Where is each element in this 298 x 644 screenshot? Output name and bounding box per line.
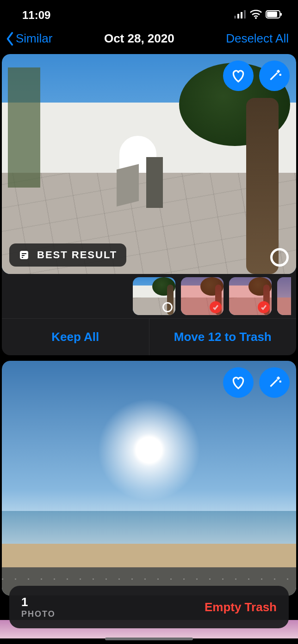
trash-count-label: PHOTO [21,609,56,619]
home-indicator[interactable] [105,638,193,640]
selection-ring [162,302,173,312]
status-time: 11:09 [22,9,50,22]
page-title: Oct 28, 2020 [104,31,174,46]
selected-check-icon [210,301,222,313]
trash-count: 1 PHOTO [21,595,56,619]
magic-button[interactable] [259,61,290,91]
favorite-button[interactable] [223,367,254,398]
photo-group-card: BEST RESULT Keep All Move 12 to Trash [2,54,296,355]
svg-point-4 [255,17,257,19]
best-result-label: BEST RESULT [37,249,117,261]
photo-action-buttons [223,367,290,398]
status-bar: 11:09 [0,0,298,27]
heart-icon [230,68,246,84]
svg-rect-6 [267,12,277,17]
selected-check-icon [258,301,270,313]
back-label: Similar [16,31,52,46]
thumbnail[interactable] [229,277,272,315]
status-icons [234,10,282,21]
deselect-all-button[interactable]: Deselect All [226,31,289,46]
photo-group-card [2,361,296,595]
selection-ring[interactable] [270,248,289,267]
group-actions: Keep All Move 12 to Trash [2,318,296,355]
favorite-button[interactable] [223,61,254,91]
svg-rect-2 [241,12,242,18]
svg-rect-0 [234,16,236,18]
svg-rect-3 [244,10,246,18]
main-photo[interactable] [2,361,296,595]
cellular-icon [234,10,246,20]
chevron-left-icon [6,32,15,46]
empty-trash-button[interactable]: Empty Trash [205,600,277,614]
battery-icon [266,10,282,20]
thumbnail[interactable] [277,277,291,315]
thumbnail-strip[interactable] [2,274,296,318]
svg-rect-1 [237,14,239,18]
keep-all-button[interactable]: Keep All [2,319,149,355]
wand-icon [267,375,282,390]
main-photo[interactable]: BEST RESULT [2,54,296,274]
photo-action-buttons [223,61,290,91]
nav-bar: Similar Oct 28, 2020 Deselect All [0,27,298,54]
svg-rect-7 [280,13,282,16]
thumbnail[interactable] [181,277,224,315]
trash-count-number: 1 [21,595,56,609]
wand-icon [267,68,282,84]
back-button[interactable]: Similar [6,31,52,46]
thumbnail[interactable] [133,277,175,315]
trash-bar: 1 PHOTO Empty Trash [9,586,289,628]
heart-icon [230,375,246,390]
move-to-trash-button[interactable]: Move 12 to Trash [149,319,297,355]
magic-button[interactable] [259,367,290,398]
wifi-icon [250,10,262,21]
best-result-badge[interactable]: BEST RESULT [9,243,126,267]
filter-icon [19,249,30,261]
